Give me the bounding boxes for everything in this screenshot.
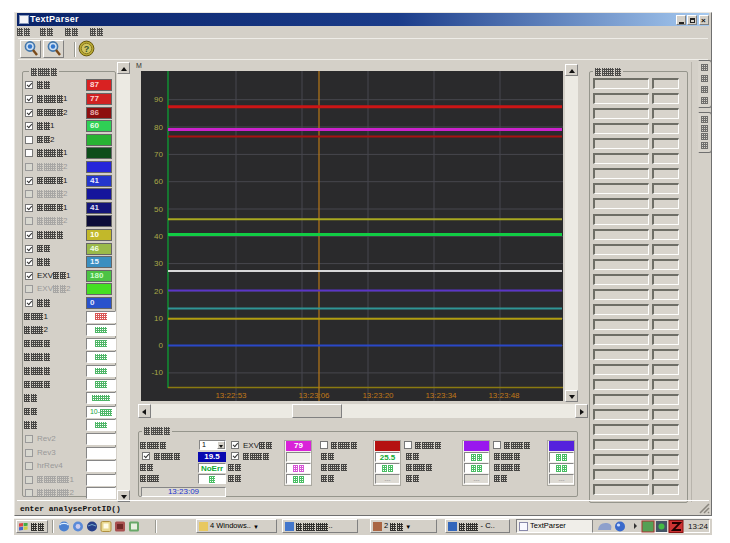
svg-text:10: 10 [154,314,163,323]
svg-text:30: 30 [154,259,163,268]
svg-text:70: 70 [154,150,163,159]
svg-text:20: 20 [154,287,163,296]
svg-text:-10: -10 [151,368,163,377]
svg-text:13:23:48: 13:23:48 [488,391,520,400]
svg-text:0: 0 [159,341,164,350]
svg-text:13:23:20: 13:23:20 [362,391,394,400]
svg-text:?: ? [84,44,90,54]
svg-text:40: 40 [154,232,163,241]
svg-text:13:23:06: 13:23:06 [298,391,330,400]
svg-text:90: 90 [154,95,163,104]
svg-text:13:23:34: 13:23:34 [425,391,457,400]
svg-text:60: 60 [154,177,163,186]
svg-text:80: 80 [154,123,163,132]
svg-text:13:22:53: 13:22:53 [215,391,247,400]
svg-text:50: 50 [154,205,163,214]
